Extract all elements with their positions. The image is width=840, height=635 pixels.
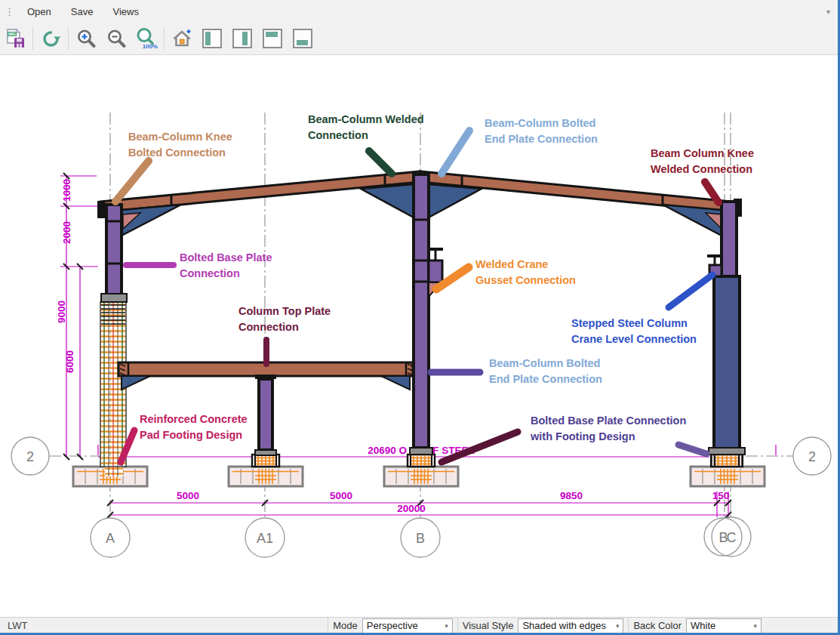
status-lwt: LWT — [0, 620, 27, 631]
label-mezz-bolted-endplate-2: End Plate Connection — [489, 373, 602, 385]
mode-label: Mode — [333, 620, 358, 631]
label-column-top-plate-2: Connection — [238, 321, 299, 333]
menu-overflow-arrow-icon[interactable]: ▾ — [826, 8, 830, 16]
label-roof-bolted-endplate-2: End Plate Connection — [485, 133, 598, 145]
toolbar-separator — [68, 27, 69, 50]
label-mezz-bolted-endplate-1: Beam-Column Bolted — [489, 357, 600, 369]
visual-style-select[interactable]: Shaded with edges ▾ — [518, 618, 623, 633]
label-knee-welded-2: Welded Connection — [651, 163, 752, 175]
pad-footings — [73, 467, 765, 486]
dimension-labels: 1000 2000 9000 6000 5000 5000 9850 150 2… — [56, 179, 729, 514]
back-color-value: White — [691, 620, 715, 631]
label-welded-crane-2: Gusset Connection — [475, 274, 576, 286]
toolbar-separator — [164, 27, 165, 50]
dim-5000-b: 5000 — [330, 490, 352, 501]
label-bolted-base-plate-1: Bolted Base Plate — [180, 251, 272, 264]
bubble-a1: A1 — [257, 531, 273, 546]
dim-5000-a: 5000 — [177, 490, 199, 501]
bubble-bc: BC — [718, 530, 736, 545]
label-knee-welded-1: Beam Column Knee — [651, 147, 754, 159]
label-bolted-base-plate-2: Connection — [180, 267, 240, 279]
label-stepped-column-1: Stepped Steel Column — [571, 317, 688, 329]
zoom-100-icon: 100% — [135, 27, 158, 50]
dim-150: 150 — [712, 490, 730, 501]
refresh-button[interactable] — [35, 24, 66, 53]
view-bottom-pane-button[interactable] — [288, 24, 318, 53]
label-stepped-column-2: Crane Level Connection — [571, 333, 697, 345]
bubble-row-right: 2 — [808, 449, 816, 464]
leader-knee-bolted — [115, 161, 149, 202]
dim-20000: 20000 — [397, 503, 426, 514]
leader-base-plate-footing-bc — [678, 445, 706, 454]
label-base-plate-footing-1: Bolted Base Plate Connection — [531, 415, 686, 427]
label-roof-bolted-endplate-1: Beam-Column Bolted — [485, 117, 595, 129]
toolbar: IMG 100% — [0, 23, 838, 55]
home-icon — [171, 29, 192, 49]
leader-roof-bolted-endplate — [442, 131, 469, 174]
svg-text:IMG: IMG — [8, 32, 16, 36]
leader-roof-welded — [369, 151, 392, 174]
label-roof-welded-1: Beam-Column Welded — [308, 113, 424, 125]
view-right-pane-button[interactable] — [227, 24, 257, 53]
zoom-100-button[interactable]: 100% — [131, 24, 162, 53]
label-knee-bolted-1: Beam-Column Knee — [128, 131, 232, 143]
view-right-pane-icon — [232, 29, 252, 48]
label-welded-crane-1: Welded Crane — [475, 258, 548, 270]
label-pad-footing-2: Pad Footing Design — [140, 429, 242, 441]
chevron-down-icon: ▾ — [440, 622, 448, 630]
visual-style-label: Visual Style — [463, 620, 514, 631]
dim-9000: 9000 — [56, 301, 67, 323]
status-bar: LWT Mode Perspective ▾ Visual Style Shad… — [0, 617, 838, 633]
refresh-icon — [41, 29, 61, 49]
crane-brackets — [428, 249, 722, 297]
dim-6000: 6000 — [64, 350, 75, 373]
svg-text:100%: 100% — [143, 43, 158, 50]
bubble-row-left: 2 — [26, 449, 34, 464]
mode-value: Perspective — [367, 620, 418, 631]
view-top-pane-icon — [263, 29, 282, 48]
chevron-down-icon: ▾ — [611, 622, 620, 630]
view-bottom-pane-icon — [293, 29, 312, 48]
back-color-label: Back Color — [633, 620, 682, 631]
menu-bar: ⋮ Open Save Views ▾ — [0, 0, 838, 23]
view-left-pane-icon — [202, 29, 222, 48]
save-image-button[interactable]: IMG — [0, 24, 30, 53]
chevron-down-icon: ▾ — [749, 622, 757, 630]
zoom-out-icon — [106, 29, 127, 49]
label-knee-bolted-2: Bolted Connection — [128, 146, 226, 159]
dim-1000: 1000 — [61, 179, 72, 202]
bubble-a: A — [106, 531, 115, 546]
leader-stepped-column — [669, 275, 712, 307]
dim-2000: 2000 — [61, 221, 72, 244]
home-view-button[interactable] — [167, 24, 197, 53]
grip-icon[interactable]: ⋮ — [0, 6, 17, 17]
label-base-plate-footing-2: with Footing Design — [530, 430, 635, 442]
toolbar-separator — [32, 27, 33, 50]
bubble-b: B — [416, 531, 425, 546]
menu-views[interactable]: Views — [103, 6, 148, 17]
zoom-out-button[interactable] — [101, 24, 131, 53]
menu-open[interactable]: Open — [17, 6, 61, 17]
zoom-in-button[interactable] — [71, 24, 101, 53]
menu-save[interactable]: Save — [61, 6, 103, 17]
viewport-canvas[interactable]: 1000 2000 9000 6000 5000 5000 9850 150 2… — [0, 55, 838, 617]
structural-drawing: 1000 2000 9000 6000 5000 5000 9850 150 2… — [0, 55, 840, 617]
view-top-pane-button[interactable] — [257, 24, 288, 53]
label-column-top-plate-1: Column Top Plate — [238, 305, 331, 317]
label-roof-welded-2: Connection — [308, 129, 368, 141]
save-image-icon: IMG — [4, 27, 26, 50]
back-color-select[interactable]: White ▾ — [686, 618, 762, 633]
dim-9850: 9850 — [560, 490, 583, 501]
view-left-pane-button[interactable] — [197, 24, 227, 53]
visual-style-value: Shaded with edges — [522, 620, 606, 631]
mode-select[interactable]: Perspective ▾ — [362, 618, 453, 633]
zoom-in-icon — [76, 29, 97, 49]
label-pad-footing-1: Reinforced Concrete — [140, 413, 248, 425]
